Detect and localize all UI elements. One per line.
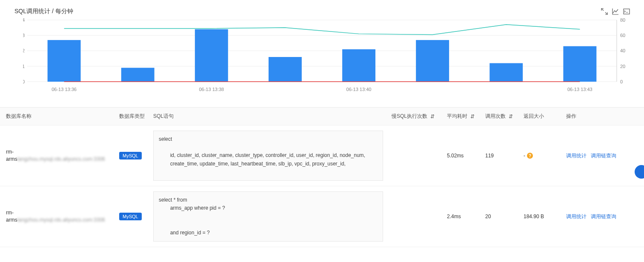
db-name-prefix: rm- arms <box>6 149 17 162</box>
sql-table: 数据库名称 数据库类型 SQL语句 慢SQL执行次数 ⇵ 平均耗时 ⇵ 调用次数… <box>0 107 644 247</box>
cell-retsize: 184.90 B <box>519 186 562 247</box>
svg-text:0: 0 <box>620 79 623 84</box>
svg-text:3: 3 <box>23 33 25 38</box>
sort-icon: ⇵ <box>430 114 435 120</box>
link-call-stats[interactable]: 调用统计 <box>566 214 587 219</box>
sql-text-box[interactable]: select * from arms_app where pid = ? and… <box>153 191 383 242</box>
svg-text:4: 4 <box>23 18 25 23</box>
chart-bar <box>195 29 228 82</box>
chart-bar <box>416 40 449 82</box>
cell-avg: 2.4ms <box>443 186 481 247</box>
th-dbname: 数据库名称 <box>0 108 115 125</box>
db-host-blurred: langzhou.mysql.rds.aliyuncs.com:3306 <box>17 217 105 223</box>
sort-icon: ⇵ <box>509 114 513 120</box>
sort-icon: ⇵ <box>470 114 475 120</box>
db-host-blurred: langzhou.mysql.rds.aliyuncs.com:3306 <box>17 156 105 162</box>
svg-text:80: 80 <box>620 18 625 23</box>
th-ret: 返回大小 <box>519 108 562 125</box>
chart-bar <box>489 63 523 82</box>
chart-line <box>64 25 580 35</box>
link-call-chain[interactable]: 调用链查询 <box>591 153 616 159</box>
svg-text:06-13 13:40: 06-13 13:40 <box>346 87 372 92</box>
chart-bar <box>342 49 375 82</box>
svg-text:06-13 13:43: 06-13 13:43 <box>567 87 592 92</box>
db-name-prefix: rm- arms <box>6 210 17 223</box>
svg-rect-0 <box>624 9 630 14</box>
svg-text:06-13 13:38: 06-13 13:38 <box>199 87 224 92</box>
chart-bar <box>48 40 81 82</box>
db-type-pill: MySQL <box>119 213 142 220</box>
warning-icon: ? <box>527 153 533 159</box>
db-type-pill: MySQL <box>119 152 142 159</box>
chart-title: SQL调用统计 / 每分钟 <box>14 8 73 15</box>
svg-text:06-13 13:36: 06-13 13:36 <box>52 87 77 92</box>
sql-text-box[interactable]: select id, cluster_id, cluster_name, clu… <box>153 131 383 181</box>
svg-text:0: 0 <box>23 79 25 84</box>
svg-text:20: 20 <box>620 64 625 69</box>
terminal-icon[interactable] <box>623 8 630 15</box>
table-row: rm- armslangzhou.mysql.rds.aliyuncs.com:… <box>0 125 644 186</box>
chart-bar <box>563 46 596 82</box>
cell-slowcount <box>387 125 443 186</box>
cell-avg: 5.02ms <box>443 125 481 186</box>
expand-icon[interactable] <box>601 8 608 15</box>
table-row: rm- armslangzhou.mysql.rds.aliyuncs.com:… <box>0 186 644 247</box>
chart-bar <box>121 68 155 82</box>
th-act: 操作 <box>562 108 644 125</box>
th-sql: SQL语句 <box>149 108 387 125</box>
th-cnt[interactable]: 调用次数 ⇵ <box>481 108 519 125</box>
link-call-chain[interactable]: 调用链查询 <box>591 214 616 219</box>
link-call-stats[interactable]: 调用统计 <box>566 153 587 159</box>
cell-count: 119 <box>481 125 519 186</box>
chart-area: 0123402040608006-13 13:3606-13 13:3806-1… <box>0 18 644 99</box>
svg-text:60: 60 <box>620 33 625 38</box>
line-chart-icon[interactable] <box>612 8 619 15</box>
svg-text:2: 2 <box>23 48 25 54</box>
th-slowcnt[interactable]: 慢SQL执行次数 ⇵ <box>387 108 443 125</box>
th-avg[interactable]: 平均耗时 ⇵ <box>443 108 481 125</box>
svg-text:40: 40 <box>620 48 625 54</box>
cell-slowcount <box>387 186 443 247</box>
th-dbtype: 数据库类型 <box>115 108 149 125</box>
cell-count: 20 <box>481 186 519 247</box>
cell-retsize: -? <box>519 125 562 186</box>
chart-bar <box>269 57 302 82</box>
svg-text:1: 1 <box>23 64 25 69</box>
